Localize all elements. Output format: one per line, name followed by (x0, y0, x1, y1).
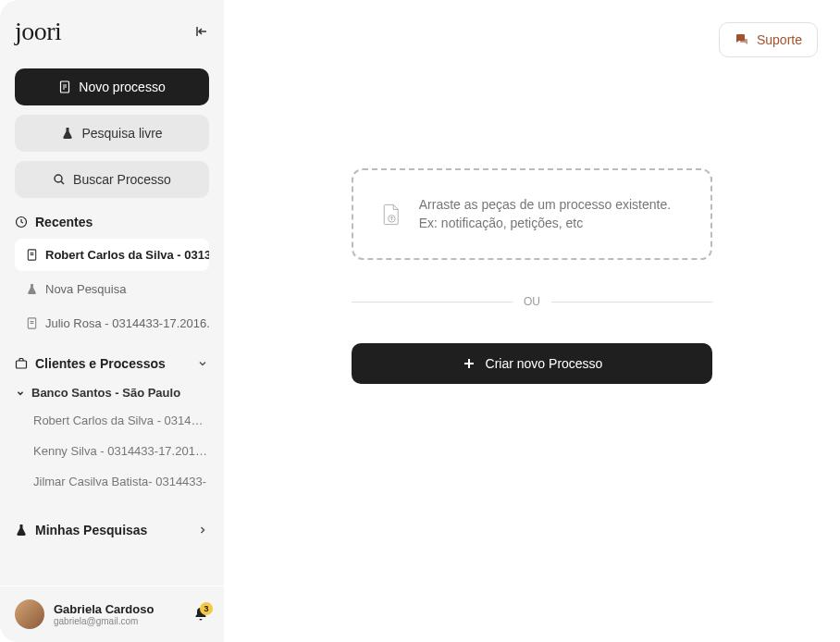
client-group-name: Banco Santos - São Paulo (31, 386, 180, 400)
support-button[interactable]: Suporte (719, 22, 818, 57)
process-list: Robert Carlos da Silva - 0314413. Kenny … (15, 405, 209, 497)
user-info: Gabriela Cardoso gabriela@gmail.com (54, 602, 183, 626)
main-content: Suporte Arraste as peças de um processo … (224, 0, 840, 642)
flask-icon (15, 524, 28, 537)
document-icon (58, 80, 71, 93)
search-process-label: Buscar Processo (73, 172, 171, 187)
free-search-button[interactable]: Pesquisa livre (15, 115, 209, 152)
user-name: Gabriela Cardoso (54, 602, 183, 616)
search-process-button[interactable]: Buscar Processo (15, 161, 209, 198)
chevron-down-icon (15, 388, 26, 399)
avatar[interactable] (15, 599, 44, 629)
support-label: Suporte (757, 32, 802, 47)
process-item[interactable]: Jilmar Casilva Batista- 0314433- (15, 466, 209, 497)
recents-list: Robert Carlos da Silva - 03134... Nova P… (15, 239, 209, 340)
dropzone-text: Arraste as peças de um processo existent… (419, 196, 681, 232)
collapse-sidebar-button[interactable] (194, 24, 209, 39)
search-icon (53, 173, 66, 186)
my-searches-header[interactable]: Minhas Pesquisas (15, 523, 209, 537)
flask-icon (61, 127, 74, 140)
user-email: gabriela@gmail.com (54, 616, 183, 626)
svg-rect-5 (17, 361, 27, 368)
briefcase-icon (15, 357, 28, 370)
free-search-label: Pesquisa livre (81, 126, 162, 141)
divider-label: ou (524, 295, 540, 308)
recent-item-label: Robert Carlos da Silva - 03134... (45, 248, 209, 262)
sidebar: joori Novo processo Pesquisa livre Busca… (0, 0, 224, 642)
recent-item[interactable]: Julio Rosa - 0314433-17.2016.8... (15, 307, 209, 340)
upload-file-icon (383, 197, 401, 232)
chevron-down-icon[interactable] (196, 357, 209, 370)
client-group-header[interactable]: Banco Santos - São Paulo (15, 380, 209, 405)
process-item[interactable]: Kenny Silva - 0314433-17.2016.8. (15, 436, 209, 466)
flask-icon (26, 283, 38, 295)
chat-icon (735, 32, 749, 47)
create-process-button[interactable]: Criar novo Processo (352, 343, 712, 384)
plus-icon (462, 356, 476, 371)
user-footer: Gabriela Cardoso gabriela@gmail.com 3 (0, 586, 224, 642)
my-searches-label: Minhas Pesquisas (35, 523, 147, 537)
divider: ou (352, 295, 712, 308)
collapse-icon (194, 24, 209, 39)
clients-header[interactable]: Clientes e Processos (15, 356, 209, 371)
new-process-button[interactable]: Novo processo (15, 68, 209, 105)
dropzone[interactable]: Arraste as peças de um processo existent… (352, 168, 712, 260)
recent-item[interactable]: Nova Pesquisa (15, 273, 209, 305)
recent-item[interactable]: Robert Carlos da Silva - 03134... (15, 239, 209, 271)
recent-item-label: Julio Rosa - 0314433-17.2016.8... (45, 316, 209, 330)
notification-badge: 3 (200, 602, 213, 615)
svg-point-1 (55, 175, 62, 182)
notification-button[interactable]: 3 (192, 606, 209, 623)
recents-header: Recentes (15, 215, 209, 229)
logo: joori (15, 17, 61, 46)
create-process-label: Criar novo Processo (486, 356, 603, 371)
new-process-label: Novo processo (79, 80, 165, 94)
recent-item-label: Nova Pesquisa (45, 282, 126, 296)
process-item[interactable]: Robert Carlos da Silva - 0314413. (15, 405, 209, 436)
document-icon (26, 249, 38, 261)
client-group: Banco Santos - São Paulo Robert Carlos d… (15, 380, 209, 497)
document-icon (26, 317, 38, 329)
recents-label: Recentes (35, 215, 93, 229)
clock-icon (15, 216, 28, 228)
chevron-right-icon[interactable] (196, 524, 209, 537)
clients-label: Clientes e Processos (35, 356, 166, 371)
